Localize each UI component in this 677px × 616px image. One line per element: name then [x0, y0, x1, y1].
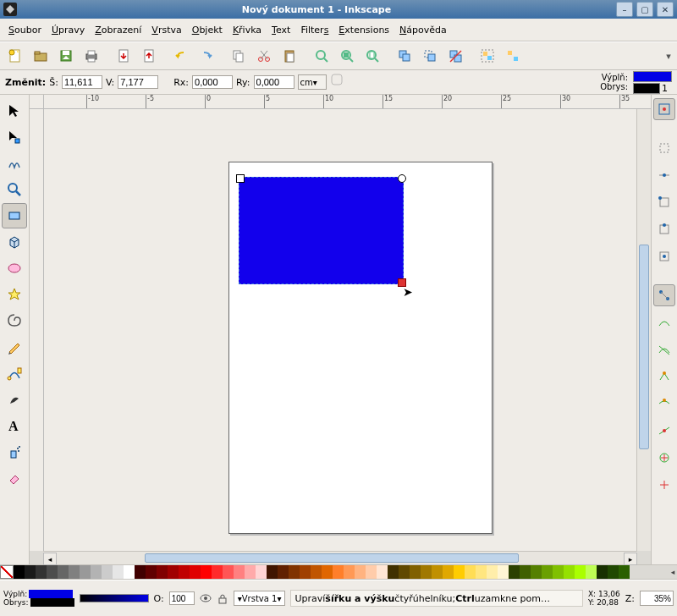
- palette-swatch[interactable]: [91, 565, 102, 579]
- palette-swatch[interactable]: [267, 565, 278, 579]
- snap-nodes-button[interactable]: [653, 284, 675, 306]
- undo-button[interactable]: [169, 44, 193, 68]
- palette-swatch[interactable]: [113, 565, 124, 579]
- palette-swatch[interactable]: [487, 565, 498, 579]
- zoom-drawing-button[interactable]: [335, 44, 359, 68]
- layer-lock-icon[interactable]: [217, 592, 228, 604]
- corner-reset-button[interactable]: [330, 73, 349, 91]
- palette-swatch[interactable]: [80, 565, 91, 579]
- palette-swatch[interactable]: [377, 565, 388, 579]
- zoom-page-button[interactable]: [361, 44, 384, 68]
- horizontal-scrollbar[interactable]: ◂ ▸: [43, 551, 637, 564]
- ry-input[interactable]: [254, 75, 294, 89]
- clone-button[interactable]: [418, 44, 442, 68]
- new-document-button[interactable]: [3, 44, 27, 68]
- menu-soubor[interactable]: Soubor: [5, 23, 45, 37]
- resize-handle-tl[interactable]: [236, 174, 245, 183]
- cut-button[interactable]: [252, 44, 276, 68]
- canvas[interactable]: ➤: [44, 109, 636, 551]
- menu-objekt[interactable]: Objekt: [189, 23, 226, 37]
- snap-bbox-midpoint-button[interactable]: [653, 218, 675, 240]
- palette-swatch[interactable]: [476, 565, 487, 579]
- palette-swatch[interactable]: [124, 565, 135, 579]
- import-button[interactable]: [112, 44, 135, 68]
- no-color-swatch[interactable]: [0, 565, 14, 579]
- close-button[interactable]: ✕: [657, 2, 674, 17]
- text-tool[interactable]: A: [2, 413, 27, 438]
- palette-swatch[interactable]: [14, 565, 25, 579]
- palette-swatch[interactable]: [289, 565, 300, 579]
- spiral-tool[interactable]: [2, 308, 27, 333]
- menu-vrstva[interactable]: Vrstva: [148, 23, 184, 37]
- palette-swatch[interactable]: [311, 565, 322, 579]
- status-stroke-swatch[interactable]: [30, 598, 74, 607]
- menu-zobrazeni[interactable]: Zobrazení: [91, 23, 145, 37]
- copy-button[interactable]: [227, 44, 250, 68]
- eraser-tool[interactable]: [2, 465, 27, 491]
- menu-napoveda[interactable]: Nápověda: [396, 23, 450, 37]
- palette-swatch[interactable]: [25, 565, 36, 579]
- duplicate-button[interactable]: [393, 44, 416, 68]
- stroke-swatch[interactable]: [633, 83, 660, 94]
- snap-bbox-button[interactable]: [653, 137, 675, 159]
- snap-cusp-button[interactable]: [653, 366, 675, 388]
- palette-swatch[interactable]: [531, 565, 542, 579]
- scroll-left-icon[interactable]: ◂: [43, 553, 57, 565]
- minimize-button[interactable]: –: [616, 2, 633, 17]
- ellipse-tool[interactable]: [2, 256, 27, 281]
- palette-swatch[interactable]: [443, 565, 454, 579]
- palette-swatch[interactable]: [388, 565, 399, 579]
- 3dbox-tool[interactable]: [2, 229, 27, 255]
- palette-menu-icon[interactable]: ◂: [669, 565, 677, 579]
- calligraphy-tool[interactable]: [2, 387, 27, 412]
- palette-swatch[interactable]: [564, 565, 575, 579]
- palette-swatch[interactable]: [333, 565, 344, 579]
- palette-swatch[interactable]: [223, 565, 234, 579]
- palette-swatch[interactable]: [245, 565, 256, 579]
- palette-swatch[interactable]: [575, 565, 586, 579]
- palette-swatch[interactable]: [179, 565, 190, 579]
- print-button[interactable]: [80, 44, 103, 68]
- opacity-input[interactable]: [169, 591, 195, 605]
- snap-bbox-edge-button[interactable]: [653, 164, 675, 186]
- snap-enable-button[interactable]: [653, 98, 675, 120]
- height-input[interactable]: [118, 75, 158, 89]
- palette-swatch[interactable]: [135, 565, 146, 579]
- palette-swatch[interactable]: [36, 565, 47, 579]
- menu-text[interactable]: Text: [268, 23, 294, 37]
- palette-swatch[interactable]: [509, 565, 520, 579]
- layer-visibility-icon[interactable]: [200, 592, 212, 604]
- rectangle-tool[interactable]: [2, 203, 27, 228]
- pencil-tool[interactable]: [2, 334, 27, 360]
- tweak-tool[interactable]: [2, 151, 27, 176]
- width-input[interactable]: [62, 75, 102, 89]
- palette-swatch[interactable]: [553, 565, 564, 579]
- palette-swatch[interactable]: [586, 565, 597, 579]
- palette-swatch[interactable]: [355, 565, 366, 579]
- snap-object-center-button[interactable]: [653, 447, 675, 469]
- corner-radius-handle[interactable]: [398, 174, 406, 183]
- zoom-tool[interactable]: [2, 177, 27, 202]
- palette-swatch[interactable]: [410, 565, 421, 579]
- scroll-right-icon[interactable]: ▸: [624, 553, 637, 565]
- node-tool[interactable]: [2, 124, 27, 150]
- save-button[interactable]: [54, 44, 78, 68]
- palette-swatch[interactable]: [58, 565, 69, 579]
- palette-swatch[interactable]: [190, 565, 201, 579]
- zoom-input[interactable]: [640, 591, 674, 606]
- palette-swatch[interactable]: [157, 565, 168, 579]
- palette-swatch[interactable]: [421, 565, 432, 579]
- redo-button[interactable]: [195, 44, 218, 68]
- menu-krivka[interactable]: Křivka: [229, 23, 265, 37]
- palette-swatch[interactable]: [454, 565, 465, 579]
- unit-select[interactable]: cm▾: [298, 74, 327, 90]
- snap-line-midpoint-button[interactable]: [653, 420, 675, 442]
- palette-swatch[interactable]: [146, 565, 157, 579]
- snap-smooth-button[interactable]: [653, 393, 675, 415]
- palette-swatch[interactable]: [102, 565, 113, 579]
- snap-path-button[interactable]: [653, 311, 675, 333]
- palette-swatch[interactable]: [619, 565, 630, 579]
- palette-swatch[interactable]: [300, 565, 311, 579]
- palette-swatch[interactable]: [366, 565, 377, 579]
- status-fill-swatch[interactable]: [29, 590, 73, 598]
